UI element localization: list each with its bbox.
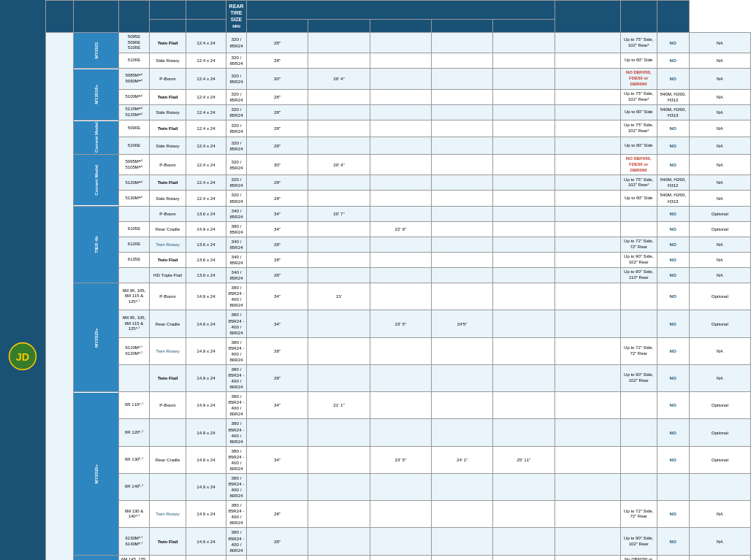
loader-cell: NO	[657, 555, 689, 560]
model-group-cell: Current Model	[74, 120, 119, 155]
loader-cell: 540M, H260, H313	[657, 191, 689, 206]
front-metric-cell: 340 / 85R24	[226, 268, 247, 283]
head-cell: Up to 90" Side, 102" Rear	[620, 364, 657, 391]
rear-cell: 28"	[247, 137, 308, 154]
table-row: MY2018+5085M⁴·⁵ 5090M⁴·⁵P-Boom12.4 x 243…	[46, 69, 751, 89]
loader-cell: 540M, H260, H312	[657, 175, 689, 191]
reach-p-cell	[308, 419, 370, 446]
model-cell: 6R 140⁵·⁷	[119, 473, 150, 500]
loader-cell: NO	[657, 337, 689, 364]
front-imp-cell: 12.4 x 24	[186, 137, 226, 154]
table-row: MY20215085E 5090E 5100ETwin Flail12.4 x …	[46, 32, 751, 53]
table-row: 5100M⁴·⁵Twin Flail12.4 x 24320 / 85R2428…	[46, 89, 751, 104]
rear-cell: 28"	[247, 175, 308, 191]
axle-cell: NA	[689, 191, 750, 206]
table-row: 5100ESide Rotary12.4 x 24320 / 85R2428"U…	[46, 137, 751, 154]
reach-j-cell	[493, 120, 554, 137]
reach-h-cell	[431, 53, 492, 69]
front-imp-cell: 12.4 x 24	[186, 32, 226, 53]
table-row: 6135ETwin Flail13.6 x 24340 / 85R2428"Up…	[46, 252, 751, 267]
reach-n-cell	[370, 283, 431, 310]
front-imp-cell: 13.6 x 24	[186, 237, 226, 252]
rear-cell: 28"	[247, 104, 308, 120]
front-metric-cell: 340 / 85R24	[226, 206, 247, 221]
reach-n-cell	[370, 53, 431, 69]
reach-o-cell	[554, 89, 620, 104]
mount-cell: Twin Rotary	[150, 337, 186, 364]
reach-p-cell: 21'	[308, 283, 370, 310]
col-head-header	[554, 1, 620, 33]
reach-j-cell	[493, 252, 554, 267]
reach-o-cell	[554, 206, 620, 221]
reach-n-cell	[370, 89, 431, 104]
axle-cell: NA	[689, 89, 750, 104]
axle-cell: NA	[689, 154, 750, 174]
table-row: Current Model5095M⁴·⁵ 5105M⁴·⁵P-Boom12.4…	[46, 154, 751, 174]
table-row: 6R 120²·⁷14.9 x 24380 / 85R24 - 400 / 80…	[46, 419, 751, 446]
axle-cell: NA	[689, 120, 750, 137]
mount-cell: Twin Flail	[150, 32, 186, 53]
model-cell: 5100M⁴·⁵	[119, 89, 150, 104]
rear-cell: 30"	[247, 69, 308, 89]
main-content: REAR TIRE SIZEMIN MY20215085E 50	[45, 0, 751, 560]
mount-cell: Rear Cradle	[150, 555, 186, 560]
head-cell: Up to 60" Side	[620, 104, 657, 120]
model-cell: 5085M⁴·⁵ 5090M⁴·⁵	[119, 69, 150, 89]
front-imp-cell: 12.4 x 24	[186, 191, 226, 206]
table-row: 5100ESide Rotary12.4 x 24320 / 85R2428"U…	[46, 53, 751, 69]
col-axle-header	[657, 1, 689, 33]
loader-cell: NO	[657, 53, 689, 69]
model-group-cell: MY2018+	[74, 69, 119, 120]
reach-h-cell	[431, 268, 492, 283]
loader-cell: NO	[657, 206, 689, 221]
reach-j-cell	[493, 268, 554, 283]
reach-n-cell	[370, 154, 431, 174]
model-cell: 6110M³·⁷ 6120M³·⁷	[119, 337, 150, 364]
reach-p-cell	[308, 310, 370, 337]
reach-n-cell	[370, 191, 431, 206]
rear-cell: 28"	[247, 237, 308, 252]
axle-cell: Std. on J&O Optional N&H	[689, 555, 750, 560]
reach-p-cell	[308, 337, 370, 364]
reach-n-cell	[370, 237, 431, 252]
front-metric-cell: 320 / 85R24	[226, 175, 247, 191]
front-imp-cell: 14.9 x 28	[186, 555, 226, 560]
head-cell: NO DBF050, FDE50 or DBR060	[620, 154, 657, 174]
model-cell: 5120M⁴·⁵	[119, 175, 150, 191]
table-row: 6120ETwin Rotary13.6 x 24340 / 85R2428"U…	[46, 237, 751, 252]
front-imp-cell: 12.4 x 24	[186, 154, 226, 174]
reach-p-cell	[308, 89, 370, 104]
table-row: MY2020+6M 145, 155, & 6M 165⁵·³·⁶Rear Cr…	[46, 555, 751, 560]
reach-h-cell: 24'5"	[431, 310, 492, 337]
mount-cell: HD Triple Flail	[150, 268, 186, 283]
model-cell: 5090E	[119, 120, 150, 137]
front-imp-cell: 14.9 x 24	[186, 337, 226, 364]
rear-cell	[247, 473, 308, 500]
reach-j-cell	[493, 206, 554, 221]
reach-j-cell	[493, 191, 554, 206]
reach-j-cell	[493, 53, 554, 69]
rear-cell: 28"	[247, 252, 308, 267]
table-row: 5120M⁴·⁵Twin Flail12.4 x 24320 / 85R2428…	[46, 175, 751, 191]
head-cell	[620, 221, 657, 237]
axle-cell: Optional	[689, 310, 750, 337]
head-cell: Up to 90" Side, 102" Rear	[620, 528, 657, 555]
reach-j-cell	[493, 337, 554, 364]
model-cell: 6M 130 & 140³·⁷	[119, 501, 150, 528]
reach-o-cell	[554, 154, 620, 174]
mount-cell: Side Rotary	[150, 53, 186, 69]
front-metric-cell: 320 / 85R24	[226, 69, 247, 89]
reach-h-cell	[431, 191, 492, 206]
reach-h-cell	[431, 221, 492, 237]
mount-cell	[150, 473, 186, 500]
col-tractor-model-header	[74, 1, 119, 33]
reach-h-cell	[431, 175, 492, 191]
reach-j-cell	[493, 501, 554, 528]
reach-n-cell: 23' 5"	[370, 310, 431, 337]
front-metric-cell: 340 / 85R24	[226, 237, 247, 252]
rear-cell: 34"	[247, 283, 308, 310]
front-imp-cell: 12.4 x 24	[186, 175, 226, 191]
reach-p-cell	[308, 237, 370, 252]
reach-o-cell	[554, 120, 620, 137]
reach-j-cell	[493, 364, 554, 391]
